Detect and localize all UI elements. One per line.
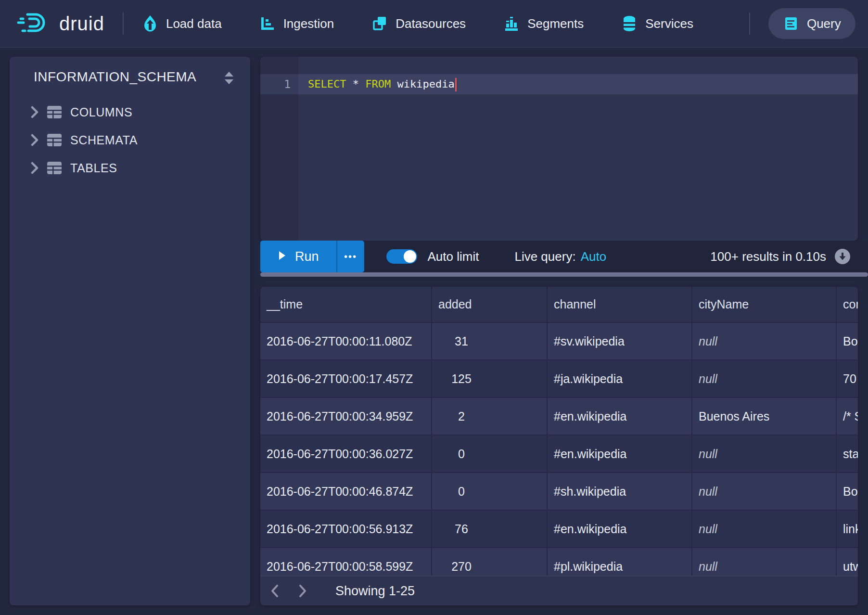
cell-channel: #en.wikipedia	[548, 398, 692, 435]
prev-page-button[interactable]	[264, 579, 285, 602]
nav-divider	[123, 13, 124, 35]
column-header-cityname[interactable]: cityName	[692, 287, 837, 322]
results-table: __time added channel cityName comment 20…	[260, 287, 858, 605]
upload-icon	[142, 15, 158, 32]
cell-channel: #sh.wikipedia	[548, 473, 692, 510]
table-row: 2016-06-27T00:00:11.080Z 31 #sv.wikipedi…	[260, 323, 858, 360]
line-number: 1	[260, 74, 291, 94]
nav-item-services[interactable]: Services	[621, 15, 693, 32]
horizontal-scrollbar[interactable]	[260, 272, 868, 277]
cell-added: 31	[432, 323, 548, 359]
sql-query-text[interactable]: SELECT * FROM wikipedia	[308, 74, 457, 94]
cell-time: 2016-06-27T00:00:56.913Z	[260, 511, 432, 547]
sidebar-item-columns[interactable]: COLUMNS	[10, 98, 250, 126]
cell-time: 2016-06-27T00:00:34.959Z	[260, 398, 432, 435]
sql-editor[interactable]: 1 SELECT * FROM wikipedia	[260, 57, 858, 241]
cell-cityname: null	[692, 436, 837, 472]
run-button-group: Run •••	[260, 241, 364, 272]
double-caret-icon[interactable]	[224, 71, 234, 87]
cell-cityname: null	[692, 473, 837, 510]
cell-comment: Bo	[837, 323, 858, 359]
auto-limit-label: Auto limit	[428, 249, 479, 264]
cell-cityname: null	[692, 323, 837, 359]
schema-tree: COLUMNS SCHEMATA	[10, 98, 250, 182]
sql-text: wikipedia	[391, 78, 454, 90]
tree-item-label: TABLES	[70, 161, 117, 175]
sql-keyword: SELECT	[308, 78, 346, 90]
schema-selector: INFORMATION_SCHEMA	[10, 57, 250, 88]
sidebar-item-tables[interactable]: TABLES	[10, 154, 250, 182]
nav-item-label: Services	[645, 16, 693, 31]
next-page-button[interactable]	[292, 579, 313, 602]
results-summary: 100+ results in 0.10s	[710, 249, 826, 264]
run-button[interactable]: Run	[260, 241, 336, 272]
cell-cityname: null	[692, 511, 837, 547]
table-row: 2016-06-27T00:00:56.913Z 76 #en.wikipedi…	[260, 511, 858, 548]
sql-keyword: FROM	[365, 78, 391, 90]
column-header-time[interactable]: __time	[260, 287, 432, 322]
chevron-right-icon[interactable]	[30, 106, 39, 118]
live-query-value[interactable]: Auto	[581, 249, 607, 264]
schema-title[interactable]: INFORMATION_SCHEMA	[34, 69, 196, 84]
table-row: 2016-06-27T00:00:34.959Z 2 #en.wikipedia…	[260, 398, 858, 436]
datasources-icon	[371, 15, 388, 32]
download-icon[interactable]	[835, 249, 850, 264]
segments-icon	[503, 15, 520, 32]
tree-item-label: COLUMNS	[70, 105, 132, 119]
cell-channel: #ja.wikipedia	[548, 360, 692, 397]
nav-item-load-data[interactable]: Load data	[142, 15, 222, 32]
cell-added: 0	[432, 473, 548, 510]
cell-channel: #en.wikipedia	[548, 511, 692, 547]
cell-added: 76	[432, 511, 548, 547]
run-toolbar: Run ••• Auto limit Live query:Auto 100+ …	[260, 241, 868, 277]
showing-label: Showing 1-25	[335, 584, 415, 599]
nav-item-label: Datasources	[396, 16, 466, 31]
cell-channel: #en.wikipedia	[548, 436, 692, 472]
cell-comment: sta	[837, 436, 858, 472]
table-row: 2016-06-27T00:00:17.457Z 125 #ja.wikiped…	[260, 360, 858, 398]
nav-divider	[749, 13, 750, 35]
run-more-button[interactable]: •••	[336, 241, 364, 272]
druid-console: druid Load data Ingestion	[0, 0, 868, 615]
cell-time: 2016-06-27T00:00:11.080Z	[260, 323, 432, 359]
column-header-comment[interactable]: comment	[837, 287, 858, 322]
column-header-channel[interactable]: channel	[548, 287, 692, 322]
cell-added: 2	[432, 398, 548, 435]
auto-limit-toggle[interactable]	[386, 249, 417, 264]
live-query-label: Live query:Auto	[514, 249, 606, 264]
cell-time: 2016-06-27T00:00:36.027Z	[260, 436, 432, 472]
schema-sidebar: INFORMATION_SCHEMA	[10, 57, 250, 605]
cell-comment: /* S	[837, 398, 858, 435]
toggle-knob	[404, 250, 416, 263]
druid-logo[interactable]: druid	[17, 12, 104, 36]
nav-item-datasources[interactable]: Datasources	[371, 15, 466, 32]
sidebar-item-schemata[interactable]: SCHEMATA	[10, 126, 250, 154]
services-icon	[621, 15, 638, 32]
cell-added: 0	[432, 436, 548, 472]
druid-logo-icon	[17, 12, 49, 36]
cell-time: 2016-06-27T00:00:17.457Z	[260, 360, 432, 397]
cell-comment: Bo	[837, 473, 858, 510]
run-button-label: Run	[295, 249, 319, 264]
nav-item-segments[interactable]: Segments	[503, 15, 584, 32]
column-header-added[interactable]: added	[432, 287, 548, 322]
query-icon	[783, 15, 799, 32]
cell-comment: 70	[837, 360, 858, 397]
cell-time: 2016-06-27T00:00:46.874Z	[260, 473, 432, 510]
cell-added: 125	[432, 360, 548, 397]
nav-item-query[interactable]: Query	[768, 8, 855, 39]
table-icon	[47, 105, 62, 119]
cell-comment: link	[837, 511, 858, 547]
cell-channel: #sv.wikipedia	[548, 323, 692, 359]
results-header-row: __time added channel cityName comment	[260, 287, 858, 323]
top-nav: druid Load data Ingestion	[0, 0, 868, 48]
chevron-right-icon[interactable]	[30, 134, 39, 146]
nav-item-ingestion[interactable]: Ingestion	[259, 15, 334, 32]
table-icon	[47, 161, 62, 175]
brand-wordmark: druid	[59, 13, 104, 35]
nav-item-label: Ingestion	[283, 16, 334, 31]
tree-item-label: SCHEMATA	[70, 133, 138, 147]
chevron-right-icon[interactable]	[30, 162, 39, 174]
nav-item-label: Query	[807, 16, 841, 31]
table-row: 2016-06-27T00:00:36.027Z 0 #en.wikipedia…	[260, 436, 858, 473]
